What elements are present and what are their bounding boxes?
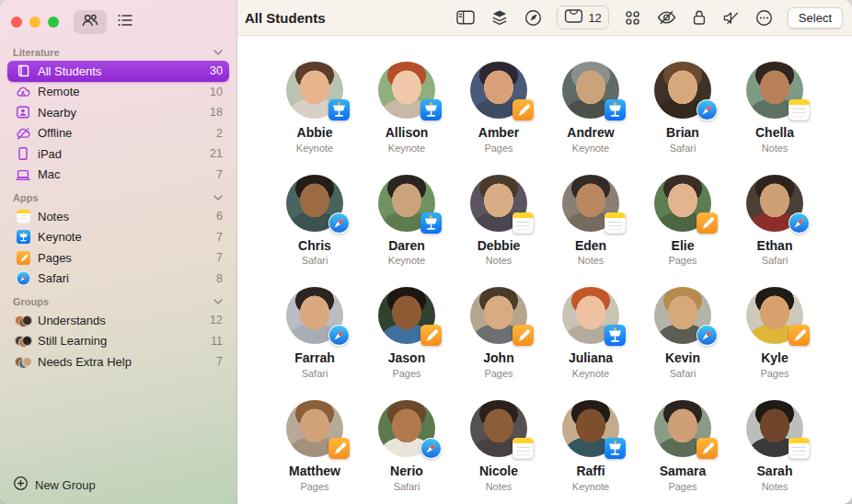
sidebar-item-label: Needs Extra Help (38, 355, 132, 369)
sidebar-item-needs-extra-help[interactable]: Needs Extra Help 7 (7, 351, 229, 372)
student-card[interactable]: Brian Safari (637, 62, 729, 154)
student-card[interactable]: Nicole Notes (453, 400, 545, 492)
list-view-button[interactable] (109, 10, 142, 34)
more-icon[interactable] (754, 8, 774, 28)
student-card[interactable]: Eden Notes (545, 175, 637, 267)
student-card[interactable]: Samara Pages (637, 400, 729, 492)
student-avatar (470, 400, 527, 457)
student-card[interactable]: Daren Keynote (361, 175, 453, 267)
student-card[interactable]: Allison Keynote (361, 62, 453, 154)
sidebar-item-all-students[interactable]: All Students 30 (7, 61, 229, 82)
new-group-button[interactable]: New Group (0, 467, 236, 504)
student-app-label: Keynote (296, 143, 333, 154)
compass-icon[interactable] (524, 8, 543, 28)
student-card[interactable]: Kyle Pages (729, 287, 821, 379)
keynote-badge-icon (328, 99, 350, 120)
student-card[interactable]: Amber Pages (453, 62, 545, 154)
sidebar-item-label: Notes (38, 210, 69, 223)
grid-view-button[interactable] (74, 10, 107, 34)
student-name: Farrah (294, 351, 335, 365)
student-card[interactable]: Ethan Safari (729, 175, 821, 267)
student-card[interactable]: Sarah Notes (729, 400, 821, 492)
student-card[interactable]: Matthew Pages (269, 400, 361, 492)
pages-badge-icon (697, 212, 718, 234)
student-card[interactable]: Chella Notes (729, 62, 821, 154)
sidebar-item-count: 30 (210, 64, 223, 77)
sidebar-item-label: Remote (38, 85, 80, 98)
remote-cloud-icon (14, 84, 32, 100)
sidebar-item-count: 18 (210, 106, 223, 119)
lock-icon[interactable] (691, 8, 708, 27)
section-header-literature[interactable]: Literature (7, 40, 229, 61)
student-card[interactable]: Nerio Safari (361, 400, 453, 492)
student-avatar (654, 62, 711, 119)
sidebar-item-safari[interactable]: Safari 8 (7, 269, 229, 290)
student-avatar (654, 287, 711, 344)
apps-grid-icon[interactable] (623, 8, 642, 28)
student-card[interactable]: Abbie Keynote (269, 62, 361, 154)
sidebar-item-count: 21 (210, 147, 223, 160)
notes-badge-icon (512, 438, 534, 459)
student-name: Chella (755, 126, 794, 140)
hide-screens-icon[interactable] (656, 8, 677, 27)
sidebar-item-pages[interactable]: Pages 7 (7, 247, 229, 269)
sidebar-toggle-icon[interactable] (455, 8, 476, 27)
student-card[interactable]: Andrew Keynote (545, 62, 637, 154)
student-name: Abbie (297, 126, 333, 140)
traffic-lights (11, 17, 59, 28)
student-card[interactable]: Jason Pages (361, 287, 453, 379)
student-card[interactable]: Farrah Safari (269, 287, 361, 379)
student-app-label: Keynote (388, 143, 425, 154)
layers-icon[interactable] (489, 8, 510, 28)
zoom-button[interactable] (48, 17, 59, 28)
sidebar-item-ipad[interactable]: iPad 21 (7, 143, 229, 165)
plus-circle-icon (13, 475, 29, 494)
sidebar-item-keynote[interactable]: Keynote 7 (7, 227, 229, 248)
student-card[interactable]: Kevin Safari (637, 287, 729, 379)
select-button[interactable]: Select (788, 7, 843, 29)
notes-badge-icon (789, 438, 810, 459)
student-card[interactable]: Raffi Keynote (545, 400, 637, 492)
student-card[interactable]: Debbie Notes (453, 175, 545, 267)
student-card[interactable]: John Pages (453, 287, 545, 379)
student-app-label: Notes (486, 255, 512, 266)
safari-badge-icon (328, 325, 350, 346)
section-header-groups[interactable]: Groups (7, 289, 229, 310)
sidebar-item-nearby[interactable]: Nearby 18 (7, 102, 229, 123)
sidebar-item-count: 8 (216, 272, 223, 285)
student-name: Nicole (479, 464, 518, 478)
student-card[interactable]: Chris Safari (269, 175, 361, 267)
student-name: Juliana (569, 351, 613, 365)
minimize-button[interactable] (29, 17, 40, 28)
student-name: Kyle (761, 351, 789, 365)
sidebar-item-notes[interactable]: Notes 6 (7, 206, 229, 227)
pages-app-icon (14, 251, 32, 265)
student-avatar (378, 400, 435, 457)
list-view-icon (115, 10, 135, 34)
toolbar: All Students 12Select (237, 0, 852, 36)
student-name: Nerio (390, 464, 423, 478)
close-button[interactable] (11, 17, 22, 28)
sidebar-item-offline[interactable]: Offline 2 (7, 123, 229, 144)
notes-app-icon (14, 210, 32, 223)
sidebar-item-mac[interactable]: Mac 7 (7, 165, 229, 186)
student-card[interactable]: Elie Pages (637, 175, 729, 267)
student-name: Eden (575, 239, 606, 253)
section-header-apps[interactable]: Apps (7, 185, 229, 206)
keynote-badge-icon (604, 99, 626, 120)
sidebar-item-understands[interactable]: Understands 12 (7, 310, 229, 331)
sidebar-item-still-learning[interactable]: Still Learning 11 (7, 331, 229, 352)
sidebar-item-label: Understands (38, 314, 106, 327)
handin-tray-button[interactable]: 12 (557, 6, 608, 29)
mute-icon[interactable] (721, 9, 741, 27)
student-avatar (286, 400, 343, 457)
student-card[interactable]: Juliana Keynote (545, 287, 637, 379)
student-avatar (378, 62, 435, 119)
sidebar-item-label: Keynote (38, 230, 82, 244)
sidebar-item-remote[interactable]: Remote 10 (7, 82, 229, 103)
pages-badge-icon (697, 438, 718, 459)
safari-badge-icon (420, 438, 442, 459)
sidebar-list: Literature All Students 30 Remote 10 Nea… (0, 38, 236, 467)
safari-app-icon (14, 271, 32, 285)
toolbar-actions: 12Select (455, 6, 843, 29)
